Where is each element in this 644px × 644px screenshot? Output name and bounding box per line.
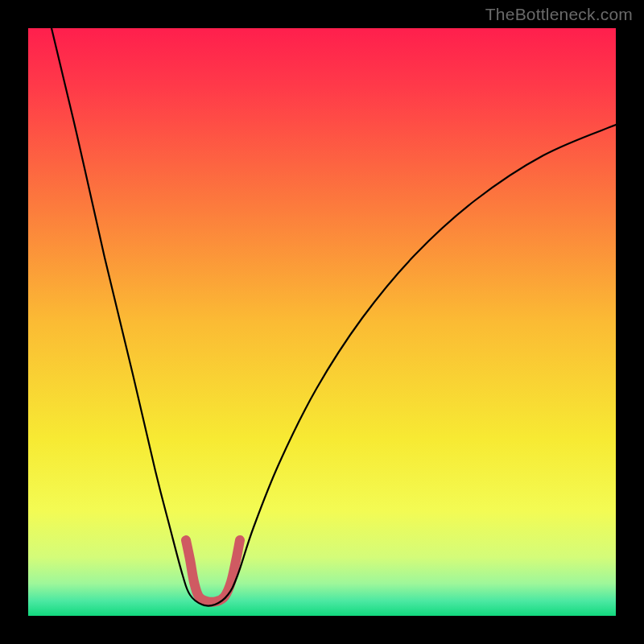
bottleneck-curve — [52, 28, 616, 606]
watermark-text: TheBottleneck.com — [485, 5, 633, 24]
optimal-range-highlight — [186, 540, 240, 602]
curve-layer — [28, 28, 616, 616]
chart-frame: TheBottleneck.com — [0, 0, 644, 644]
plot-area — [28, 28, 616, 616]
